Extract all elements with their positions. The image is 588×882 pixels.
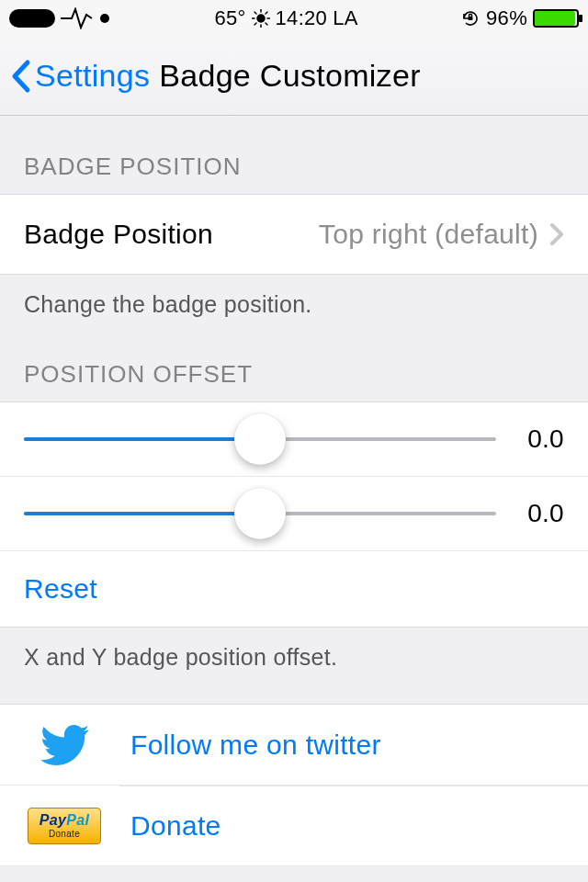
- status-time: 14:20: [276, 6, 328, 30]
- status-bar: 65° 14:20 LA 96%: [0, 0, 588, 37]
- row-badge-position-label: Badge Position: [24, 219, 213, 250]
- slider-row-x: 0.0: [0, 402, 588, 476]
- row-badge-position-value: Top right (default): [213, 219, 549, 250]
- twitter-icon: [40, 725, 89, 765]
- paypal-donate-icon: PayPal Donate: [28, 808, 101, 844]
- slider-x[interactable]: [24, 437, 496, 441]
- slider-y-fill: [24, 512, 260, 515]
- donate-label: Donate: [130, 810, 564, 842]
- page-title: Badge Customizer: [159, 58, 421, 94]
- status-locale: LA: [333, 6, 358, 30]
- reset-button[interactable]: Reset: [0, 550, 588, 627]
- rotation-lock-icon: [460, 8, 481, 28]
- status-temp: 65°: [214, 6, 245, 30]
- back-chevron-icon[interactable]: [9, 59, 31, 94]
- chevron-right-icon: [549, 222, 564, 246]
- row-donate[interactable]: PayPal Donate Donate: [0, 786, 588, 866]
- section-header-badge-position: Badge Position: [0, 116, 588, 194]
- svg-line-8: [266, 12, 267, 14]
- nav-bar: Settings Badge Customizer: [0, 37, 588, 116]
- twitter-label: Follow me on twitter: [130, 729, 564, 761]
- svg-line-6: [254, 12, 256, 14]
- activity-icon: [61, 7, 112, 29]
- back-button[interactable]: Settings: [35, 58, 150, 94]
- svg-point-1: [257, 15, 265, 22]
- slider-y-value: 0.0: [514, 499, 564, 528]
- battery-icon: [533, 9, 579, 28]
- section-footer-position-offset: X and Y badge position offset.: [0, 628, 588, 704]
- row-twitter[interactable]: Follow me on twitter: [0, 705, 588, 786]
- signal-indicator: [9, 9, 55, 28]
- slider-y[interactable]: [24, 512, 496, 515]
- slider-x-value: 0.0: [514, 424, 564, 454]
- credits-group: Follow me on twitter PayPal Donate Donat…: [0, 704, 588, 866]
- section-footer-badge-position: Change the badge position.: [0, 275, 588, 351]
- slider-row-y: 0.0: [0, 476, 588, 550]
- svg-point-0: [100, 14, 109, 23]
- svg-rect-10: [469, 17, 473, 20]
- row-badge-position[interactable]: Badge Position Top right (default): [0, 194, 588, 275]
- slider-group: 0.0 0.0 Reset: [0, 401, 588, 628]
- sun-icon: [252, 9, 270, 28]
- slider-x-thumb[interactable]: [234, 413, 286, 465]
- svg-line-9: [254, 23, 256, 25]
- reset-label: Reset: [24, 573, 97, 604]
- slider-x-fill: [24, 437, 260, 441]
- status-battery-pct: 96%: [486, 6, 527, 30]
- slider-y-thumb[interactable]: [234, 488, 286, 539]
- svg-line-7: [266, 23, 267, 25]
- section-header-position-offset: Position Offset: [0, 351, 588, 401]
